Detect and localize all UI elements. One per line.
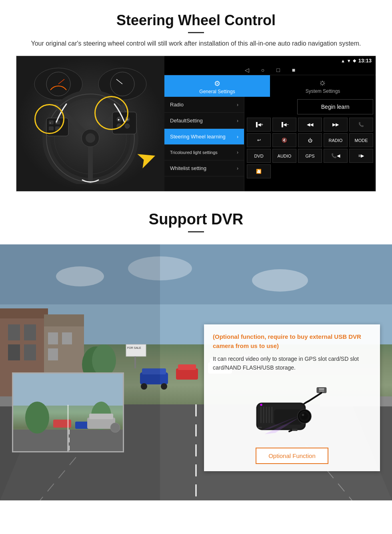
svg-rect-97 (258, 427, 262, 428)
btn-audio[interactable]: AUDIO (272, 149, 296, 163)
car-ui-container: + − ▶ ⚙ (16, 56, 376, 192)
menu-steering-label: Steering Wheel learning (170, 134, 226, 140)
system-icon: ⛭ (270, 79, 376, 88)
dvr-divider (188, 231, 204, 232)
steering-description: Your original car's steering wheel contr… (24, 39, 368, 48)
btn-gps[interactable]: GPS (298, 149, 322, 163)
svg-rect-80 (319, 388, 324, 390)
btn-vol-down[interactable]: ▐◀− (272, 118, 296, 132)
svg-point-13 (86, 133, 95, 143)
menu-item-tricoloured[interactable]: Tricoloured light settings › (164, 145, 244, 160)
btn-dvd[interactable]: DVD (247, 149, 271, 163)
button-grid: ▐◀+ ▐◀− ◀◀ ▶▶ 📞 ↩ 🔇 ⏻ RADIO MODE DVD AUD (247, 118, 373, 178)
btn-back[interactable]: ↩ (247, 133, 271, 147)
dvr-info-box: (Optional function, require to buy exter… (204, 324, 380, 471)
svg-point-50 (161, 383, 167, 390)
btn-radio[interactable]: RADIO (324, 133, 348, 147)
svg-point-32 (252, 269, 308, 292)
menu-item-default[interactable]: DefaultSetting › (164, 113, 244, 129)
optional-function-button[interactable]: Optional Function (256, 448, 328, 464)
svg-rect-96 (292, 428, 298, 431)
menu-whitelist-label: Whitelist setting (170, 165, 206, 171)
btn-power[interactable]: ⏻ (298, 133, 322, 147)
btn-prev[interactable]: ◀◀ (298, 118, 322, 132)
svg-rect-89 (271, 406, 272, 423)
road-center-line (68, 405, 69, 451)
android-main-content: Radio › DefaultSetting › Steering Wheel … (164, 97, 376, 191)
begin-learn-button[interactable]: Begin learn (297, 99, 373, 114)
svg-point-93 (301, 413, 308, 420)
dvr-bg-area: FOR SALE (0, 244, 392, 500)
btn-menu-next[interactable]: ≡▶ (349, 149, 373, 163)
menu-default-label: DefaultSetting (170, 118, 203, 124)
left-circle-highlight (34, 104, 64, 134)
menu-item-radio[interactable]: Radio › (164, 97, 244, 113)
chevron-icon: › (237, 150, 238, 155)
title-divider (188, 32, 204, 33)
right-panel: Begin learn ▐◀+ ▐◀− ◀◀ ▶▶ 📞 ↩ 🔇 ⏻ RADIO (244, 97, 376, 191)
status-icons: ▲ ▼ ◆ (341, 58, 356, 63)
dvr-thumb-image (13, 374, 123, 451)
svg-rect-86 (263, 406, 264, 423)
svg-rect-52 (178, 364, 196, 370)
steering-title: Steering Wheel Control (16, 12, 376, 29)
menu-list: Radio › DefaultSetting › Steering Wheel … (164, 97, 244, 191)
btn-mode[interactable]: MODE (349, 133, 373, 147)
chevron-icon: › (237, 134, 238, 140)
btn-call[interactable]: 📞 (349, 118, 373, 132)
menu-item-whitelist[interactable]: Whitelist setting › (164, 160, 244, 176)
chevron-icon: › (237, 118, 238, 124)
svg-marker-69 (13, 430, 124, 452)
recents-nav-icon[interactable]: □ (276, 67, 280, 73)
nav-bar: ◁ ○ □ ■ (164, 65, 376, 75)
settings-tabs: ⚙ General Settings ⛭ System Settings (164, 75, 376, 97)
tab-general-label: General Settings (199, 89, 235, 94)
btn-dvr[interactable]: 🎦 (247, 164, 271, 178)
home-nav-icon[interactable]: ○ (261, 67, 264, 73)
svg-point-25 (125, 124, 130, 128)
menu-radio-label: Radio (170, 102, 184, 108)
svg-rect-77 (89, 414, 113, 419)
svg-rect-85 (260, 406, 262, 423)
btn-call-prev[interactable]: 📞◀ (324, 149, 348, 163)
svg-point-95 (260, 404, 262, 406)
status-time: 13:13 (358, 58, 372, 64)
tab-general-settings[interactable]: ⚙ General Settings (164, 75, 270, 97)
svg-rect-51 (176, 368, 198, 380)
btn-mute[interactable]: 🔇 (272, 133, 296, 147)
battery-icon: ◆ (353, 58, 356, 63)
back-nav-icon[interactable]: ◁ (245, 67, 249, 73)
android-panel: ▲ ▼ ◆ 13:13 ◁ ○ □ ■ ⚙ General Settings (164, 56, 376, 191)
dvr-thumbnail (12, 372, 124, 452)
dvr-optional-warning: (Optional function, require to buy exter… (213, 332, 371, 350)
steering-wheel-section: Steering Wheel Control Your original car… (0, 0, 392, 200)
optional-fn-container: Optional Function (213, 448, 371, 464)
dvr-camera-image (213, 379, 371, 443)
tab-system-label: System Settings (306, 88, 340, 94)
btn-vol-up[interactable]: ▐◀+ (247, 118, 271, 132)
chevron-icon: › (237, 102, 238, 108)
dvr-description: It can record video only to storage in G… (213, 354, 371, 372)
status-bar: ▲ ▼ ◆ 13:13 (164, 56, 376, 65)
menu-tricoloured-label: Tricoloured light settings (170, 150, 218, 155)
dvr-title: Support DVR (16, 211, 376, 228)
right-circle-highlight (94, 96, 128, 130)
svg-rect-87 (266, 406, 267, 423)
chevron-icon: › (237, 166, 238, 171)
signal-icon: ▲ (341, 58, 345, 63)
menu-item-steering[interactable]: Steering Wheel learning › (164, 129, 244, 145)
dvr-section: Support DVR (0, 200, 392, 500)
svg-point-78 (110, 423, 120, 432)
svg-point-70 (25, 402, 49, 434)
svg-rect-81 (319, 390, 324, 392)
tab-system-settings[interactable]: ⛭ System Settings (270, 75, 376, 97)
btn-next[interactable]: ▶▶ (324, 118, 348, 132)
wifi-icon: ▼ (347, 58, 351, 63)
gear-icon: ⚙ (164, 79, 270, 88)
menu-nav-icon[interactable]: ■ (292, 67, 295, 73)
steering-photo: + − ▶ ⚙ (16, 56, 164, 192)
svg-point-94 (302, 414, 304, 416)
begin-learn-row: Begin learn (247, 99, 373, 114)
svg-rect-88 (269, 406, 270, 423)
svg-line-82 (308, 393, 321, 401)
